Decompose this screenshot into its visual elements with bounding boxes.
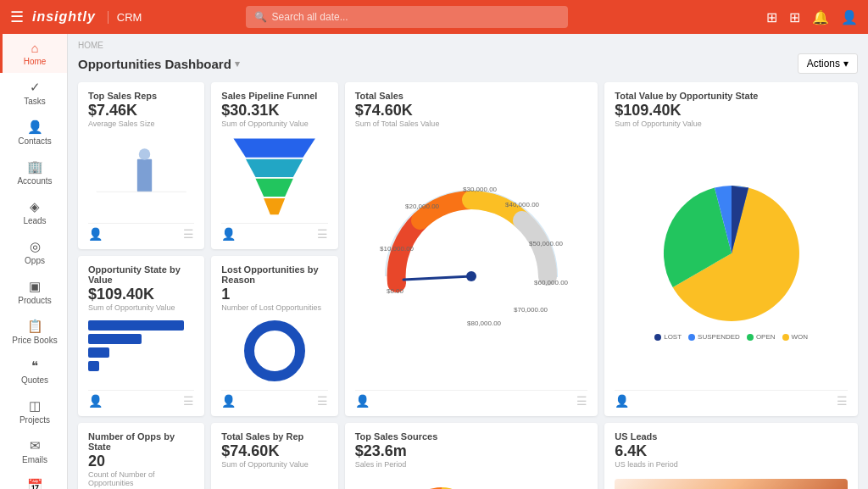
emails-icon: ✉ [30, 438, 41, 453]
widget-subtitle: Sum of Total Sales Value [355, 119, 588, 128]
person-icon: 👤 [88, 394, 103, 408]
menu-icon[interactable]: ☰ [183, 227, 194, 241]
widget-title: Total Value by Opportunity State [615, 91, 848, 101]
svg-text:$10,000.00: $10,000.00 [380, 245, 415, 253]
widget-title: Top Sales Reps [88, 91, 194, 101]
breadcrumb: HOME [78, 41, 858, 50]
widget-subtitle: Count of Number of Opportunities [88, 470, 194, 487]
widget-top-sources: Top Sales Sources $23.6m Sales in Period [345, 423, 598, 489]
user-icon[interactable]: 👤 [841, 9, 858, 25]
sidebar-item-emails[interactable]: ✉ Emails [0, 431, 67, 471]
sidebar-label-contacts: Contacts [18, 136, 51, 146]
bar-fill [88, 320, 184, 331]
svg-text:$20,000.00: $20,000.00 [405, 203, 440, 210]
sidebar-label-accounts: Accounts [17, 176, 52, 186]
sidebar-item-home[interactable]: ⌂ Home [0, 34, 67, 73]
donut-svg [241, 317, 309, 385]
menu-icon[interactable]: ☰ [317, 227, 328, 241]
sidebar-label-opps: Opps [25, 256, 45, 265]
topnav-actions: ⊞ ⊞ 🔔 👤 [766, 9, 858, 25]
sidebar-label-leads: Leads [23, 216, 46, 225]
widget-title: Top Sales Sources [355, 431, 588, 442]
widget-title: Total Sales [355, 91, 588, 101]
pie-chart: United States India China Australia [355, 474, 588, 489]
widget-footer: 👤 ☰ [615, 390, 848, 408]
sidebar-label-products: Products [18, 296, 51, 305]
widget-subtitle: Sum of Opportunity Value [221, 460, 327, 469]
widget-total-value-opp-state: Total Value by Opportunity State $109.40… [604, 82, 858, 416]
chart-area [88, 317, 194, 385]
search-input[interactable] [272, 11, 559, 23]
pricebooks-icon: 📋 [27, 319, 43, 334]
sidebar-label-projects: Projects [19, 415, 50, 425]
dashboard-grid: Top Sales Reps $7.46K Average Sales Size… [78, 82, 858, 489]
person-icon: 👤 [221, 227, 236, 241]
map-chart [615, 474, 848, 489]
search-icon: 🔍 [254, 11, 267, 23]
sidebar-item-opps[interactable]: ◎ Opps [0, 232, 67, 272]
sidebar-item-tasks[interactable]: ✓ Tasks [0, 73, 67, 113]
widget-value: $30.31K [221, 102, 327, 119]
add-icon[interactable]: ⊞ [766, 9, 777, 25]
us-map [615, 479, 848, 489]
sidebar-item-products[interactable]: ▣ Products [0, 272, 67, 312]
sidebar-label-tasks: Tasks [24, 97, 46, 106]
sidebar-item-quotes[interactable]: ❝ Quotes [0, 352, 67, 392]
widget-subtitle: Sum of Opportunity Value [615, 119, 848, 128]
legend-won: WON [782, 333, 809, 341]
svg-marker-5 [256, 179, 293, 197]
svg-marker-3 [234, 139, 315, 158]
svg-line-8 [403, 276, 471, 280]
bar-fill [88, 361, 99, 371]
sidebar-item-projects[interactable]: ◫ Projects [0, 392, 67, 431]
widget-footer: 👤 ☰ [88, 390, 194, 408]
legend-lost: LOST [654, 333, 682, 341]
widget-subtitle: Sales in Period [355, 460, 588, 469]
svg-text:$50,000.00: $50,000.00 [529, 240, 564, 247]
menu-icon[interactable]: ☰ [837, 394, 848, 408]
widget-value: 6.4K [615, 442, 848, 460]
sidebar-label-quotes: Quotes [21, 375, 48, 385]
logo: insightly [32, 9, 96, 25]
sidebar-label-pricebooks: Price Books [12, 336, 57, 345]
sidebar-item-leads[interactable]: ◈ Leads [0, 192, 67, 232]
widget-subtitle: Number of Lost Opportunities [221, 303, 327, 312]
home-icon: ⌂ [31, 41, 38, 55]
widget-value: $109.40K [88, 286, 194, 303]
sidebar-item-contacts[interactable]: 👤 Contacts [0, 113, 67, 153]
actions-button[interactable]: Actions ▾ [798, 53, 858, 74]
widget-value: $74.60K [221, 442, 327, 460]
sidebar-item-calendar[interactable]: 📅 Calendar [0, 471, 67, 489]
menu-icon[interactable]: ☰ [183, 394, 194, 408]
svg-text:$30,000.00: $30,000.00 [463, 186, 498, 193]
actions-chevron-icon: ▾ [843, 58, 849, 69]
bar-chart-svg [88, 142, 194, 209]
accounts-icon: 🏢 [27, 159, 43, 175]
widget-total-sales-rep: Total Sales by Rep $74.60K Sum of Opport… [211, 423, 337, 489]
notification-icon[interactable]: 🔔 [812, 9, 829, 25]
widget-title: Number of Opps by State [88, 431, 194, 452]
widget-opp-state-value: Opportunity State by Value $109.40K Sum … [78, 256, 204, 416]
svg-text:$70,000.00: $70,000.00 [514, 306, 548, 314]
menu-icon[interactable]: ☰ [317, 394, 328, 408]
hamburger-icon[interactable]: ☰ [10, 8, 24, 26]
widget-sales-pipeline: Sales Pipeline Funnel $30.31K Sum of Opp… [211, 82, 337, 249]
widget-lost-opportunities: Lost Opportunities by Reason 1 Number of… [211, 256, 337, 416]
bar-row [88, 347, 194, 358]
sidebar-item-accounts[interactable]: 🏢 Accounts [0, 153, 67, 192]
widget-title: Sales Pipeline Funnel [221, 91, 327, 101]
leads-icon: ◈ [30, 199, 40, 214]
search-bar[interactable]: 🔍 [246, 6, 568, 28]
pie-chart: LOST SUSPENDED OPEN WON [615, 133, 848, 385]
calendar-icon: 📅 [27, 478, 43, 489]
widget-value: $7.46K [88, 102, 194, 119]
menu-icon[interactable]: ☰ [576, 394, 587, 408]
chevron-down-icon[interactable]: ▾ [235, 58, 240, 69]
page-title: Opportunities Dashboard ▾ [78, 57, 240, 71]
bar-row [88, 361, 194, 371]
widget-value: 1 [221, 286, 327, 303]
grid-icon[interactable]: ⊞ [789, 9, 800, 25]
chart-area [221, 133, 327, 218]
sidebar-item-pricebooks[interactable]: 📋 Price Books [0, 312, 67, 352]
svg-text:$0.00: $0.00 [387, 287, 404, 295]
